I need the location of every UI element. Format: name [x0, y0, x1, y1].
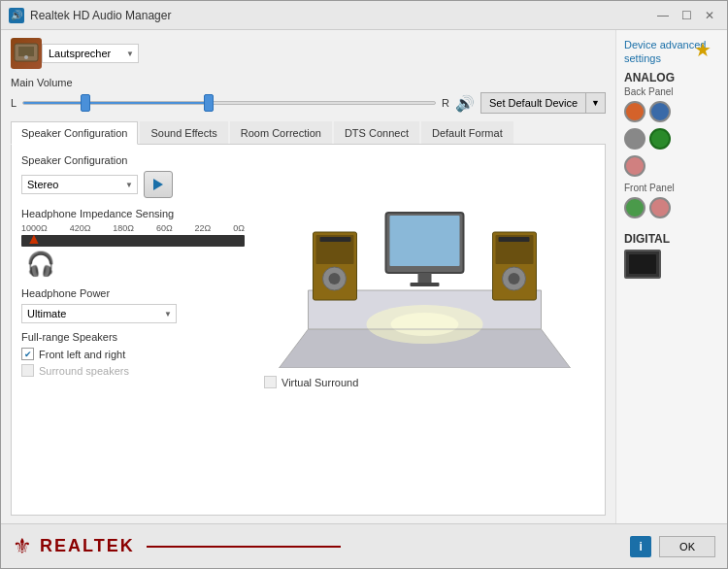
play-icon — [153, 179, 163, 190]
headphone-power-select-wrapper: Normal High Ultimate — [21, 304, 177, 323]
minimize-button[interactable]: — — [653, 6, 673, 25]
right-slider-thumb[interactable] — [204, 94, 214, 112]
impedance-scale: 1000Ω 420Ω 180Ω 60Ω 22Ω 0Ω — [21, 223, 245, 233]
svg-point-8 — [329, 273, 341, 284]
surround-speakers-row: Surround speakers — [21, 364, 245, 377]
realtek-line — [147, 546, 341, 548]
full-range-section: Full-range Speakers ✔ Front left and rig… — [21, 331, 245, 377]
jack-back-blue[interactable] — [649, 101, 671, 122]
close-button[interactable]: ✕ — [700, 6, 719, 25]
headphone-power-section: Headphone Power Normal High Ultimate — [21, 287, 245, 323]
speaker-config-select[interactable]: Stereo Quadraphonic 5.1 Surround 7.1 Sur… — [21, 175, 138, 194]
digital-section: DIGITAL — [624, 232, 719, 279]
back-panel-jacks-row3 — [624, 155, 719, 177]
headphone-power-select[interactable]: Normal High Ultimate — [21, 304, 177, 323]
set-default-button[interactable]: Set Default Device ▼ — [480, 92, 606, 114]
volume-section: Main Volume L R 🔊 Set Default Device — [11, 77, 606, 114]
tab-left-panel: Speaker Configuration Stereo Quadraphoni… — [21, 154, 245, 505]
svg-point-20 — [391, 313, 459, 336]
right-panel: Device advanced settings ★ ANALOG Back P… — [615, 30, 727, 523]
svg-rect-9 — [320, 237, 351, 242]
impedance-bar[interactable]: ▲ — [21, 235, 245, 247]
speaker-volume-icon[interactable]: 🔊 — [455, 94, 475, 113]
volume-label: Main Volume — [11, 77, 606, 88]
back-panel-label: Back Panel — [624, 86, 719, 97]
set-default-arrow[interactable]: ▼ — [586, 94, 605, 112]
impedance-marker-icon: ▲ — [26, 231, 42, 247]
jack-back-orange[interactable] — [624, 101, 645, 122]
back-panel-jacks-row1 — [624, 101, 719, 122]
app-icon: 🔊 — [9, 8, 24, 23]
speaker-config-select-wrapper: Stereo Quadraphonic 5.1 Surround 7.1 Sur… — [21, 175, 138, 194]
realtek-logo: ⚜ REALTEK — [13, 534, 341, 559]
tab-sound-effects[interactable]: Sound Effects — [140, 121, 227, 144]
svg-rect-16 — [390, 216, 460, 266]
full-range-label: Full-range Speakers — [21, 331, 245, 343]
front-panel-label: Front Panel — [624, 183, 719, 193]
svg-point-13 — [509, 273, 520, 284]
main-window: 🔊 Realtek HD Audio Manager — ☐ ✕ Laut — [0, 0, 728, 569]
volume-slider[interactable] — [22, 101, 436, 105]
ok-button[interactable]: OK — [659, 536, 715, 557]
left-slider-thumb[interactable] — [81, 94, 90, 112]
speaker-config-label: Speaker Configuration — [21, 154, 245, 166]
realtek-symbol-icon: ⚜ — [13, 534, 32, 559]
left-channel-label: L — [11, 97, 17, 109]
tab-right-visual: Virtual Surround — [254, 154, 595, 505]
svg-rect-14 — [499, 237, 530, 242]
jack-back-pink[interactable] — [624, 155, 645, 177]
tab-default-format[interactable]: Default Format — [421, 121, 513, 144]
maximize-button[interactable]: ☐ — [677, 6, 696, 25]
digital-port[interactable] — [624, 250, 661, 279]
back-panel-jacks-row2 — [624, 128, 719, 150]
digital-port-inner — [629, 254, 656, 274]
center-area: Lautsprecher Main Volume L R — [1, 30, 615, 523]
jack-back-green-active[interactable] — [649, 128, 671, 150]
virtual-surround-row: Virtual Surround — [264, 376, 358, 388]
tab-dts-connect[interactable]: DTS Connect — [334, 121, 419, 144]
jack-back-gray[interactable] — [624, 128, 645, 150]
impedance-label: Headphone Impedance Sensing — [21, 208, 245, 219]
info-button[interactable]: i — [630, 536, 651, 557]
realtek-brand-text: REALTEK — [40, 536, 135, 556]
device-name-dropdown[interactable]: Lautsprecher — [42, 44, 139, 63]
tabs-container: Speaker Configuration Sound Effects Room… — [11, 121, 606, 145]
device-icon — [11, 38, 42, 69]
svg-point-2 — [24, 55, 28, 59]
front-left-right-checkbox[interactable]: ✔ — [21, 348, 34, 360]
footer-right: i OK — [630, 536, 715, 557]
play-test-button[interactable] — [144, 171, 173, 198]
footer: ⚜ REALTEK i OK — [1, 523, 727, 568]
speaker-visualization — [254, 154, 595, 368]
surround-speakers-checkbox — [21, 364, 34, 377]
front-left-right-row: ✔ Front left and right — [21, 348, 245, 360]
jack-front-green[interactable] — [624, 197, 645, 218]
right-channel-label: R — [442, 97, 449, 109]
jack-front-pink[interactable] — [649, 197, 671, 218]
titlebar: 🔊 Realtek HD Audio Manager — ☐ ✕ — [1, 1, 727, 30]
headphone-power-label: Headphone Power — [21, 287, 245, 299]
surround-speakers-label: Surround speakers — [39, 365, 129, 377]
digital-title: DIGITAL — [624, 232, 719, 246]
volume-row: L R 🔊 Set Default Device ▼ — [11, 92, 606, 114]
star-icon: ★ — [694, 38, 711, 61]
svg-rect-1 — [18, 47, 34, 56]
main-content: Lautsprecher Main Volume L R — [1, 30, 727, 523]
window-title: Realtek HD Audio Manager — [30, 9, 653, 22]
device-selector: Lautsprecher — [11, 38, 606, 69]
analog-section: ANALOG Back Panel Front Panel — [624, 71, 719, 224]
front-panel-jacks — [624, 197, 719, 218]
virtual-surround-checkbox[interactable] — [264, 376, 277, 388]
tab-room-correction[interactable]: Room Correction — [230, 121, 332, 144]
svg-rect-18 — [411, 283, 440, 286]
window-controls: — ☐ ✕ — [653, 6, 719, 25]
headphone-icon: 🎧 — [21, 251, 245, 278]
speaker-config-section: Speaker Configuration Stereo Quadraphoni… — [21, 154, 245, 198]
tab-content: Speaker Configuration Stereo Quadraphoni… — [11, 145, 606, 516]
tab-speaker-configuration[interactable]: Speaker Configuration — [11, 121, 138, 145]
svg-rect-17 — [418, 273, 432, 283]
volume-slider-container — [22, 101, 436, 105]
analog-title: ANALOG — [624, 71, 719, 84]
speaker-config-row: Stereo Quadraphonic 5.1 Surround 7.1 Sur… — [21, 171, 245, 198]
virtual-surround-label: Virtual Surround — [281, 377, 358, 388]
